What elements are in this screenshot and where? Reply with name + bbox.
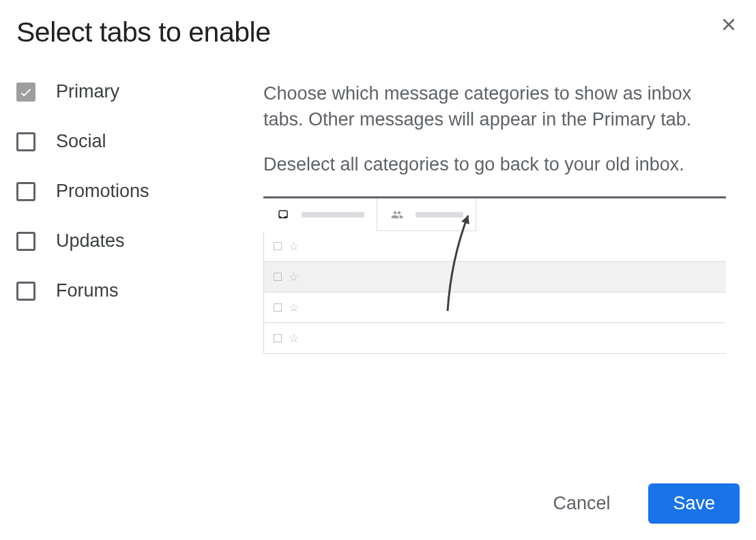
preview-tab-primary xyxy=(263,198,377,231)
checkbox-promotions[interactable]: Promotions xyxy=(16,181,242,202)
preview-rows: ☆ ☆ ☆ ☆ xyxy=(263,231,726,354)
star-icon: ☆ xyxy=(289,239,299,254)
preview-row: ☆ xyxy=(264,231,726,262)
dialog-title: Select tabs to enable xyxy=(16,16,740,48)
row-checkbox-icon xyxy=(274,303,282,312)
checkbox-input-social[interactable] xyxy=(16,132,35,151)
preview-row: ☆ xyxy=(264,323,726,354)
description-text-1: Choose which message categories to show … xyxy=(263,81,726,133)
description-text-2: Deselect all categories to go back to yo… xyxy=(263,152,726,178)
preview-row: ☆ xyxy=(264,262,726,292)
dialog-footer: Cancel Save xyxy=(528,483,740,524)
checkbox-input-promotions[interactable] xyxy=(16,182,35,201)
checkbox-label: Updates xyxy=(56,230,125,252)
inbox-icon xyxy=(276,209,291,221)
row-checkbox-icon xyxy=(274,273,282,281)
row-checkbox-icon xyxy=(274,334,282,342)
checkbox-primary: Primary xyxy=(16,81,242,102)
checkbox-label: Social xyxy=(56,131,106,152)
people-icon xyxy=(390,209,405,221)
inbox-preview-illustration: ☆ ☆ ☆ ☆ xyxy=(263,196,726,354)
close-icon xyxy=(720,16,738,33)
preview-tabs xyxy=(263,198,726,231)
star-icon: ☆ xyxy=(289,301,299,315)
checkbox-label: Primary xyxy=(56,81,119,102)
checkbox-forums[interactable]: Forums xyxy=(16,280,242,301)
save-button[interactable]: Save xyxy=(648,483,740,524)
checkbox-input-forums[interactable] xyxy=(16,282,35,301)
checkbox-label: Promotions xyxy=(56,181,149,202)
preview-tab-social xyxy=(377,198,476,231)
star-icon: ☆ xyxy=(289,270,299,284)
cancel-button[interactable]: Cancel xyxy=(528,483,635,524)
checkbox-input-primary xyxy=(16,82,35,102)
checkbox-social[interactable]: Social xyxy=(16,131,242,152)
tab-placeholder-bar xyxy=(302,212,364,217)
checkmark-icon xyxy=(18,85,33,100)
checkbox-input-updates[interactable] xyxy=(16,232,35,251)
dialog-content: Primary Social Promotions Updates xyxy=(16,81,740,354)
checkbox-label: Forums xyxy=(56,280,119,301)
tab-placeholder-bar xyxy=(416,212,463,217)
select-tabs-dialog: Select tabs to enable Primary Social Pro… xyxy=(0,0,756,540)
close-button[interactable] xyxy=(718,14,740,35)
description-panel: Choose which message categories to show … xyxy=(263,81,740,354)
category-checkbox-list: Primary Social Promotions Updates xyxy=(16,81,242,354)
checkbox-updates[interactable]: Updates xyxy=(16,230,242,252)
preview-row: ☆ xyxy=(264,292,726,323)
row-checkbox-icon xyxy=(274,242,282,250)
star-icon: ☆ xyxy=(289,331,299,346)
